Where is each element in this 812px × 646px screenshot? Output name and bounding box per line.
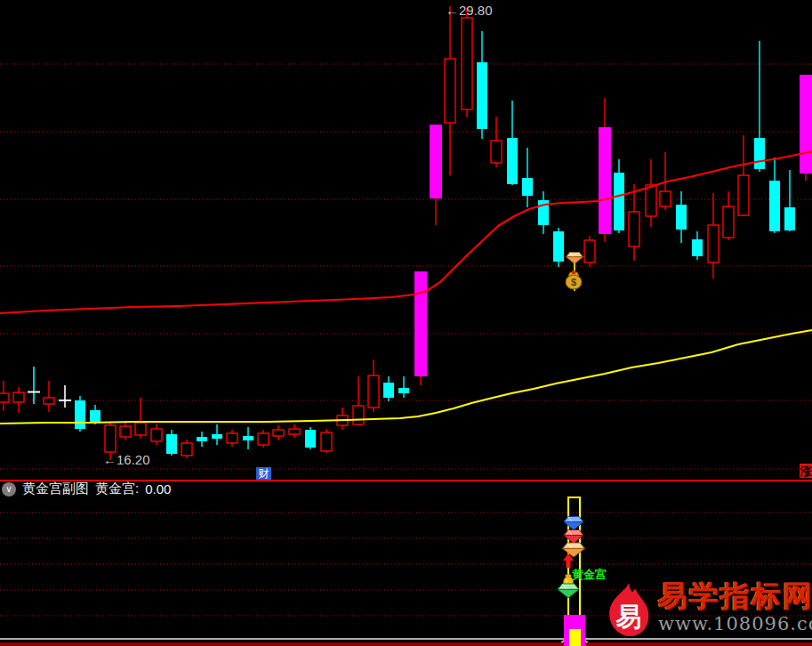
ma-line-yellow (0, 330, 812, 424)
candle[interactable] (599, 98, 611, 242)
candle[interactable] (398, 376, 409, 398)
bottom-rule (0, 642, 812, 646)
candle[interactable] (784, 170, 795, 231)
candle[interactable] (289, 424, 300, 438)
candle[interactable] (769, 157, 780, 233)
candle[interactable] (414, 271, 427, 385)
axis-marker-badge: 财 (256, 467, 271, 480)
candle[interactable] (738, 135, 749, 216)
sub-indicator-header[interactable]: 黄金宫副图 黄金宫: 0.00 (2, 481, 171, 497)
candle[interactable] (629, 184, 639, 261)
candlestick-chart[interactable]: $ (0, 0, 812, 646)
candle[interactable] (754, 41, 765, 172)
watermark: 易 易学指标网 www.108096.com (601, 580, 812, 639)
sub-signal-yellow-block (569, 629, 581, 646)
flame-logo-icon: 易 (601, 580, 655, 639)
candle[interactable] (28, 367, 40, 404)
candle[interactable] (59, 385, 71, 408)
candle[interactable] (75, 396, 85, 432)
indicator-name-label: 黄金宫: (95, 480, 139, 497)
candle[interactable] (151, 424, 162, 445)
green-diamond-icon (558, 584, 579, 598)
candle[interactable] (90, 405, 100, 424)
ma-line-red (0, 151, 812, 313)
indicator-value: 0.00 (145, 481, 171, 497)
candle[interactable] (44, 381, 54, 412)
money-bag-icon: $ (566, 271, 582, 289)
candle[interactable] (258, 430, 269, 448)
candle[interactable] (723, 191, 734, 240)
logo-character: 易 (615, 602, 642, 631)
candle[interactable] (445, 6, 455, 175)
candle[interactable] (383, 376, 394, 401)
candle[interactable] (584, 236, 595, 267)
candle[interactable] (538, 191, 549, 234)
candle[interactable] (243, 427, 253, 449)
candle[interactable] (337, 408, 348, 430)
candle[interactable] (273, 425, 284, 440)
candle[interactable] (462, 8, 472, 117)
candle[interactable] (135, 398, 146, 439)
orange-diamond-icon (563, 543, 585, 557)
candle[interactable] (692, 231, 703, 260)
candle[interactable] (491, 117, 502, 167)
right-edge-badge: 涨 (800, 464, 812, 478)
candle[interactable] (708, 193, 719, 279)
candle[interactable] (800, 75, 812, 181)
candle[interactable] (181, 440, 192, 458)
candle[interactable] (120, 422, 131, 440)
candle[interactable] (0, 381, 9, 411)
candle[interactable] (553, 228, 564, 267)
candle[interactable] (507, 101, 518, 185)
candle[interactable] (368, 359, 379, 412)
candle[interactable] (321, 429, 332, 453)
candle[interactable] (212, 424, 222, 445)
candle[interactable] (522, 148, 533, 207)
watermark-site-name: 易学指标网 (658, 580, 812, 612)
candle[interactable] (305, 427, 316, 449)
candle[interactable] (166, 430, 177, 456)
candle[interactable] (197, 432, 207, 447)
low-price-callout: ←16.20 (103, 452, 150, 467)
gold-diamond-icon (567, 253, 583, 264)
candle[interactable] (646, 159, 656, 227)
candle[interactable] (676, 191, 687, 243)
candle[interactable] (430, 125, 442, 225)
collapse-chevron-icon[interactable] (2, 482, 16, 497)
candle[interactable] (477, 31, 487, 139)
candle[interactable] (13, 387, 24, 413)
sub-panel-title: 黄金宫副图 (22, 480, 89, 497)
watermark-site-url: www.108096.com (658, 614, 812, 634)
high-price-callout: ←29.80 (446, 3, 493, 18)
app-window: $ ←29.80 ←16.20 财 涨 黄金宫副图 黄金宫: 0.00 黄金宫 … (0, 0, 812, 646)
candle[interactable] (227, 430, 237, 447)
svg-text:$: $ (571, 277, 576, 287)
candle[interactable] (353, 376, 364, 425)
